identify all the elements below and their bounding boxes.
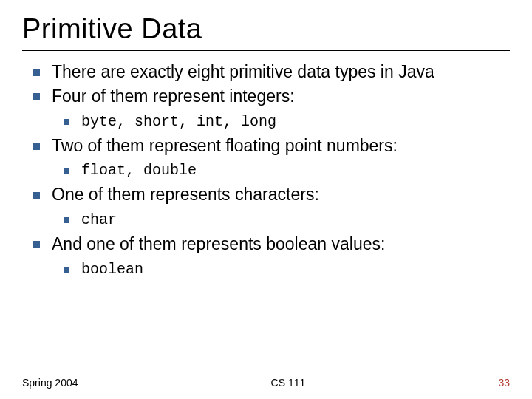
footer-center: CS 111 — [271, 377, 306, 389]
list-item: float, double — [52, 160, 510, 180]
list-text: And one of them represents boolean value… — [52, 234, 385, 253]
slide-footer: Spring 2004 CS 111 33 — [0, 377, 532, 389]
slide-title: Primitive Data — [22, 13, 510, 45]
list-item: boolean — [52, 259, 510, 279]
bullet-icon — [64, 119, 69, 125]
list-item: Two of them represent floating point num… — [22, 135, 510, 180]
list-item: Four of them represent integers: byte, s… — [22, 86, 510, 131]
list-text: byte, short, int, long — [81, 113, 276, 130]
footer-left: Spring 2004 — [22, 377, 78, 389]
list-text: One of them represents characters: — [52, 185, 319, 204]
bullet-icon — [64, 168, 69, 174]
list-text: Two of them represent floating point num… — [52, 136, 398, 155]
title-rule — [22, 50, 510, 51]
list-text: char — [81, 211, 117, 228]
bullet-icon — [64, 267, 69, 273]
list-text: boolean — [81, 261, 143, 278]
bullet-icon — [33, 69, 40, 76]
bullet-icon — [33, 192, 40, 200]
sub-list: char — [52, 210, 510, 229]
bullet-icon — [33, 93, 40, 100]
sub-list: boolean — [52, 259, 510, 279]
bullet-list: There are exactly eight primitive data t… — [22, 61, 510, 279]
list-text: Four of them represent integers: — [52, 86, 295, 106]
list-text: There are exactly eight primitive data t… — [52, 62, 434, 81]
list-item: There are exactly eight primitive data t… — [22, 61, 510, 83]
sub-list: float, double — [52, 160, 510, 180]
sub-list: byte, short, int, long — [52, 112, 510, 131]
bullet-icon — [64, 217, 69, 223]
list-text: float, double — [81, 162, 197, 179]
slide-number: 33 — [498, 377, 510, 389]
slide-content: There are exactly eight primitive data t… — [22, 61, 510, 279]
bullet-icon — [33, 241, 40, 248]
bullet-icon — [33, 143, 40, 150]
list-item: char — [52, 210, 510, 229]
list-item: byte, short, int, long — [52, 112, 510, 131]
slide: Primitive Data There are exactly eight p… — [0, 0, 532, 399]
list-item: One of them represents characters: char — [22, 184, 510, 229]
list-item: And one of them represents boolean value… — [22, 233, 510, 279]
